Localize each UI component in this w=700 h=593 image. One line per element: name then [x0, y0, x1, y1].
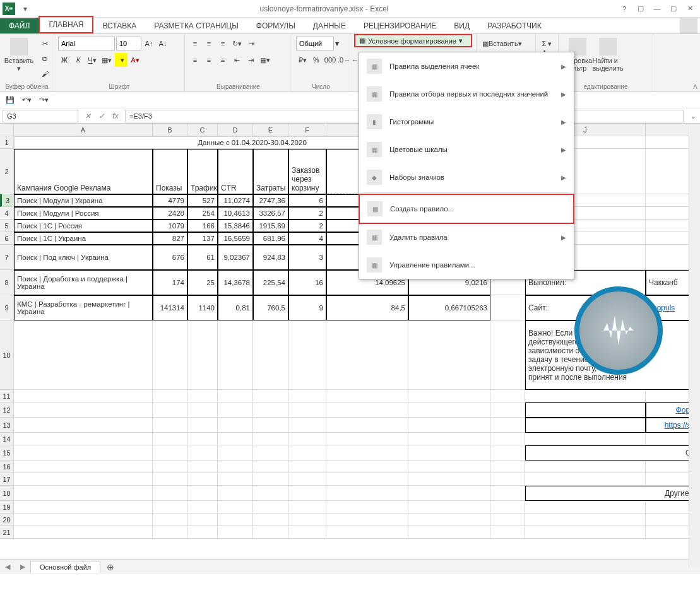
- tab-view[interactable]: ВИД: [445, 18, 478, 33]
- cell-20-1[interactable]: [153, 514, 187, 526]
- row-header-17[interactable]: 17: [0, 473, 14, 486]
- cell-15-2[interactable]: [187, 445, 218, 461]
- cell-18-8[interactable]: [490, 486, 525, 501]
- side-main[interactable]: Осн: [525, 445, 700, 461]
- col-header-3[interactable]: D: [218, 124, 253, 136]
- cell-traffic-9[interactable]: 1140: [187, 295, 218, 320]
- cell-traffic-5[interactable]: 166: [187, 220, 218, 232]
- cell-13-4[interactable]: [253, 418, 288, 433]
- insert-cells-button[interactable]: ▦ Вставить ▾: [480, 37, 524, 50]
- cell-orders-8[interactable]: 16: [288, 270, 326, 295]
- cut-button[interactable]: ✂: [39, 37, 51, 50]
- cell-19-8[interactable]: [490, 501, 525, 514]
- cell-11-2[interactable]: [187, 390, 218, 402]
- ribbon-display-button[interactable]: ▢: [633, 3, 648, 15]
- cell-cost-4[interactable]: 3326,57: [253, 207, 288, 220]
- cell-impr-6[interactable]: 827: [153, 232, 187, 245]
- cell-13-6[interactable]: [326, 418, 408, 433]
- bold-button[interactable]: Ж: [58, 53, 71, 67]
- expand-formula-button[interactable]: ⌄: [686, 110, 700, 122]
- tab-home[interactable]: ГЛАВНАЯ: [39, 16, 93, 33]
- cell-campaign-6[interactable]: Поиск | 1С | Украина: [14, 232, 153, 245]
- cell-21-3[interactable]: [218, 526, 253, 539]
- fx-button[interactable]: fx: [109, 110, 122, 122]
- autosum-button[interactable]: Σ ▾: [540, 37, 554, 50]
- accept-formula-button[interactable]: ✓: [95, 110, 109, 122]
- cell-orders-6[interactable]: 4: [288, 232, 326, 245]
- cell-11-7[interactable]: [408, 390, 490, 402]
- cell-impr-8[interactable]: 174: [153, 270, 187, 295]
- cell-13-3[interactable]: [218, 418, 253, 433]
- menu-top-rules[interactable]: ▦Правила отбора первых и последних значе…: [359, 80, 574, 108]
- cell-13-0[interactable]: [14, 418, 153, 433]
- cell-j-11[interactable]: [525, 390, 646, 402]
- cell-impr-4[interactable]: 2428: [153, 207, 187, 220]
- font-size-input[interactable]: [116, 37, 141, 50]
- col-header-1[interactable]: B: [153, 124, 187, 136]
- cell-17-0[interactable]: [14, 473, 153, 486]
- decrease-indent-button[interactable]: ⇤: [230, 53, 243, 67]
- cell-12-7[interactable]: [408, 402, 490, 418]
- cell-impr-7[interactable]: 676: [153, 245, 187, 270]
- fill-color-button[interactable]: ▾: [115, 53, 128, 67]
- cell-orders-4[interactable]: 2: [288, 207, 326, 220]
- cell-cost-3[interactable]: 2747,36: [253, 194, 288, 207]
- add-sheet-button[interactable]: ⊕: [100, 562, 121, 572]
- cell-18-5[interactable]: [288, 486, 326, 501]
- cell-orders-5[interactable]: 2: [288, 220, 326, 232]
- row-header-3[interactable]: 3: [0, 194, 14, 207]
- cell-traffic-8[interactable]: 25: [187, 270, 218, 295]
- border-button[interactable]: ▦▾: [100, 53, 114, 67]
- row-header-16[interactable]: 16: [0, 461, 14, 473]
- row-header-14[interactable]: 14: [0, 433, 14, 445]
- save-button[interactable]: 💾: [4, 93, 16, 107]
- cell-j-19[interactable]: [525, 501, 646, 514]
- cell-14-2[interactable]: [187, 433, 218, 445]
- cell-ctr-6[interactable]: 16,5659: [218, 232, 253, 245]
- tab-review[interactable]: РЕЦЕНЗИРОВАНИЕ: [355, 18, 445, 33]
- cell-11-5[interactable]: [288, 390, 326, 402]
- cell-traffic-3[interactable]: 527: [187, 194, 218, 207]
- cell-20-8[interactable]: [490, 514, 525, 526]
- menu-manage-rules[interactable]: ▦Управление правилами...: [359, 251, 574, 279]
- cell-14-1[interactable]: [153, 433, 187, 445]
- user-avatar[interactable]: [680, 17, 697, 33]
- font-color-button[interactable]: A▾: [129, 53, 141, 67]
- cell-cost-6[interactable]: 681,96: [253, 232, 288, 245]
- cell-11-6[interactable]: [326, 390, 408, 402]
- cell-20-7[interactable]: [408, 514, 490, 526]
- cell-h-9[interactable]: 0,667105263: [408, 295, 490, 320]
- col-header-4[interactable]: E: [253, 124, 288, 136]
- cell-impr-9[interactable]: 141314: [153, 295, 187, 320]
- menu-data-bars[interactable]: ▮Гистограммы▶: [359, 108, 574, 136]
- tab-nav-prev[interactable]: ◀: [0, 563, 15, 571]
- cell-j-17[interactable]: [525, 473, 646, 486]
- row-header-21[interactable]: 21: [0, 526, 14, 539]
- cell-17-3[interactable]: [218, 473, 253, 486]
- font-name-input[interactable]: [58, 37, 115, 50]
- cell-j-21[interactable]: [525, 526, 646, 539]
- header-campaign[interactable]: Кампания Google Реклама: [14, 149, 153, 194]
- cell-21-4[interactable]: [253, 526, 288, 539]
- cell-10-7[interactable]: [408, 320, 490, 390]
- cell-10-6[interactable]: [326, 320, 408, 390]
- cell-18-1[interactable]: [153, 486, 187, 501]
- italic-button[interactable]: К: [72, 53, 85, 67]
- tab-data[interactable]: ДАННЫЕ: [304, 18, 355, 33]
- cell-16-1[interactable]: [153, 461, 187, 473]
- header-cost[interactable]: Затраты: [253, 149, 288, 194]
- cell-cost-8[interactable]: 225,54: [253, 270, 288, 295]
- header-ctr[interactable]: CTR: [218, 149, 253, 194]
- wrap-text-button[interactable]: ⇥: [245, 37, 258, 50]
- tab-file[interactable]: ФАЙЛ: [0, 18, 39, 33]
- cell-19-7[interactable]: [408, 501, 490, 514]
- maximize-button[interactable]: ▢: [666, 3, 681, 15]
- align-right-button[interactable]: ≡: [217, 53, 229, 67]
- row-header-6[interactable]: 6: [0, 232, 14, 245]
- row-header-5[interactable]: 5: [0, 220, 14, 232]
- cell-traffic-4[interactable]: 254: [187, 207, 218, 220]
- cell-15-3[interactable]: [218, 445, 253, 461]
- cell-j-16[interactable]: [525, 461, 646, 473]
- collapse-ribbon-button[interactable]: ᐱ: [693, 83, 697, 90]
- increase-decimal-button[interactable]: .0→: [338, 53, 350, 67]
